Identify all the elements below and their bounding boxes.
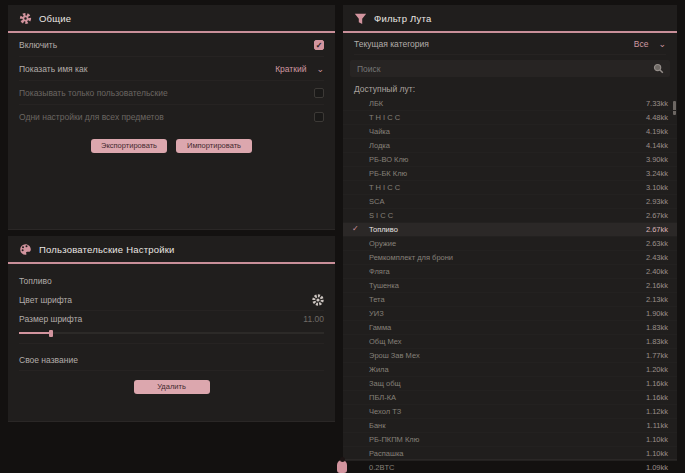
loot-item-row[interactable]: Ремкомплект для брони2.43kk (343, 251, 677, 265)
loot-item-row[interactable]: Общ Мех1.83kk (343, 335, 677, 349)
category-select[interactable]: Все ⌄ (634, 39, 666, 49)
loot-item-row[interactable]: ✓Топливо2.67kk (343, 223, 677, 237)
loot-item-value: 2.13kk (646, 295, 668, 304)
loot-item-row[interactable]: Распашка1.10kk (343, 447, 677, 461)
loot-item-value: 1.16kk (646, 393, 668, 402)
loot-item-value: 2.63kk (646, 239, 668, 248)
loot-filter-title: Фильтр Лута (374, 13, 431, 24)
loot-item-row[interactable]: SCA2.93kk (343, 195, 677, 209)
font-color-label: Цвет шрифта (19, 295, 72, 305)
loot-item-value: 1.10kk (646, 449, 668, 458)
search-input[interactable] (355, 63, 652, 75)
loot-item-name: Тушенка (369, 281, 399, 290)
settings-row: Одни настройки для всех предметов (19, 105, 324, 128)
export-button[interactable]: Экспортировать (91, 139, 167, 153)
loot-item-row[interactable]: Тушенка2.16kk (343, 279, 677, 293)
custom-name-row[interactable]: Свое название (19, 350, 324, 371)
loot-item-row[interactable]: Чехол ТЗ1.12kk (343, 405, 677, 419)
delete-button[interactable]: Удалить (134, 380, 210, 394)
settings-row: Показывать только пользовательские (19, 81, 324, 105)
loot-item-value: 2.16kk (646, 281, 668, 290)
loot-item-value: 2.43kk (646, 253, 668, 262)
chevron-down-icon: ⌄ (658, 40, 666, 48)
loot-item-row[interactable]: 0.2BTC1.09kk (343, 461, 677, 473)
loot-item-name: Гамма (369, 323, 391, 332)
loot-item-row[interactable]: Защ общ1.16kk (343, 377, 677, 391)
loot-item-name: УИЗ (369, 309, 384, 318)
slider-thumb[interactable] (49, 330, 53, 337)
gear-icon (19, 12, 32, 25)
font-color-row[interactable]: Цвет шрифта (19, 290, 324, 311)
loot-item-row[interactable]: Эрош Зав Мех1.77kk (343, 349, 677, 363)
checkbox[interactable] (314, 112, 324, 122)
loot-item-row[interactable]: Жила1.20kk (343, 363, 677, 377)
loot-item-row[interactable]: Банк1.11kk (343, 419, 677, 433)
font-size-slider[interactable] (19, 329, 324, 344)
color-wheel-icon[interactable] (311, 294, 324, 307)
custom-name-label: Свое название (19, 355, 78, 365)
general-panel: Общие Включить✓Показать имя какКраткий⌄П… (8, 5, 335, 230)
general-panel-header: Общие (8, 5, 335, 33)
loot-item-value: 2.67kk (646, 211, 668, 220)
loot-item-value: 2.93kk (646, 197, 668, 206)
cursor-icon (337, 460, 347, 473)
slider-track[interactable] (19, 332, 324, 334)
loot-item-row[interactable]: T H I C C3.10kk (343, 181, 677, 195)
loot-item-name: Защ общ (369, 379, 401, 388)
loot-item-row[interactable]: УИЗ1.90kk (343, 307, 677, 321)
loot-item-row[interactable]: РБ-ПКПМ Клю1.10kk (343, 433, 677, 447)
checkbox[interactable] (314, 88, 324, 98)
settings-row-label: Показывать только пользовательские (19, 88, 168, 98)
loot-item-name: Банк (369, 421, 386, 430)
loot-item-value: 1.16kk (646, 379, 668, 388)
loot-item-value: 1.12kk (646, 407, 668, 416)
search-icon[interactable] (652, 62, 665, 75)
loot-item-value: 2.67kk (646, 225, 668, 234)
loot-item-row[interactable]: ПБЛ-КА1.16kk (343, 391, 677, 405)
loot-item-name: Ремкомплект для брони (369, 253, 453, 262)
settings-row-label: Одни настройки для всех предметов (19, 112, 164, 122)
loot-item-value: 3.90kk (646, 155, 668, 164)
selected-item-label: Топливо (19, 274, 324, 288)
loot-item-row[interactable]: Тета2.13kk (343, 293, 677, 307)
check-icon: ✓ (352, 224, 359, 233)
custom-settings-title: Пользовательские Настройки (39, 244, 175, 255)
loot-item-row[interactable]: РБ-ВО Клю3.90kk (343, 153, 677, 167)
loot-item-value: 1.11kk (646, 421, 668, 430)
loot-item-name: Эрош Зав Мех (369, 351, 420, 360)
settings-row: Включить✓ (19, 33, 324, 57)
loot-item-value: 1.20kk (646, 365, 668, 374)
loot-item-value: 2.40kk (646, 267, 668, 276)
import-button[interactable]: Импортировать (176, 139, 252, 153)
select-control[interactable]: Краткий⌄ (275, 64, 324, 74)
loot-item-row[interactable]: Лодка4.14kk (343, 139, 677, 153)
loot-item-name: РБ-БК Клю (369, 169, 407, 178)
loot-item-name: Оружие (369, 239, 396, 248)
loot-item-name: Чехол ТЗ (369, 407, 401, 416)
loot-item-name: ПБЛ-КА (369, 393, 396, 402)
loot-item-row[interactable]: Чайка4.19kk (343, 125, 677, 139)
loot-item-row[interactable]: Оружие2.63kk (343, 237, 677, 251)
loot-item-row[interactable]: ЛБК7.33kk (343, 97, 677, 111)
search-row (350, 60, 670, 77)
custom-name-input[interactable] (86, 354, 324, 366)
loot-item-row[interactable]: РБ-БК Клю3.24kk (343, 167, 677, 181)
chevron-down-icon: ⌄ (316, 65, 324, 73)
loot-item-value: 1.77kk (646, 351, 668, 360)
loot-item-row[interactable]: Гамма1.83kk (343, 321, 677, 335)
loot-item-value: 7.33kk (646, 99, 668, 108)
loot-item-name: Фляга (369, 267, 390, 276)
available-loot-label: Доступный лут: (354, 84, 666, 94)
loot-item-row[interactable]: T H I C C4.48kk (343, 111, 677, 125)
loot-item-name: Чайка (369, 127, 390, 136)
loot-item-name: Топливо (369, 225, 398, 234)
general-rows: Включить✓Показать имя какКраткий⌄Показыв… (8, 33, 335, 128)
loot-item-name: T H I C C (369, 113, 400, 122)
loot-list: ЛБК7.33kkT H I C C4.48kkЧайка4.19kkЛодка… (343, 97, 677, 473)
checkbox[interactable]: ✓ (314, 40, 324, 50)
loot-item-value: 4.14kk (646, 141, 668, 150)
settings-row-label: Показать имя как (19, 64, 87, 74)
delete-button-row: Удалить (8, 380, 335, 394)
loot-item-row[interactable]: S I C C2.67kk (343, 209, 677, 223)
loot-item-row[interactable]: Фляга2.40kk (343, 265, 677, 279)
